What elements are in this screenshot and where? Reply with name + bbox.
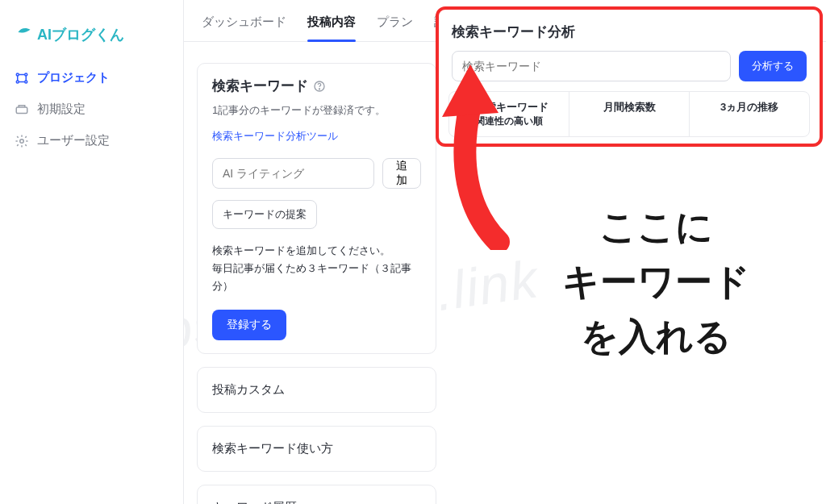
analysis-title: 検索キーワード分析 <box>452 23 807 41</box>
svg-point-0 <box>16 73 19 76</box>
project-icon <box>15 71 29 85</box>
card-label: 投稿カスタム <box>212 382 285 396</box>
sidebar: AIブログくん プロジェクト 初期設定 ユーザー設定 <box>0 0 184 504</box>
analysis-col-trend[interactable]: 3ヵ月の推移 <box>689 92 809 136</box>
card-subtitle: 1記事分のキーワードが登録済です。 <box>212 103 421 118</box>
analysis-col-relevance[interactable]: ↓検索キーワード 関連性の高い順 <box>449 92 569 136</box>
svg-point-1 <box>25 73 27 76</box>
sidebar-item-user-settings[interactable]: ユーザー設定 <box>0 125 183 156</box>
help-icon[interactable] <box>313 80 326 93</box>
callout-line: を入れる <box>499 311 813 361</box>
logo-text: AIブログくん <box>37 25 124 44</box>
tab-plan[interactable]: プラン <box>377 15 413 41</box>
logo-icon <box>16 24 32 44</box>
register-button[interactable]: 登録する <box>212 310 286 340</box>
keyword-usage-card[interactable]: 検索キーワード使い方 <box>197 426 436 472</box>
hint-line: 検索キーワードを追加してください。 <box>212 244 390 256</box>
search-keyword-card: 検索キーワード 1記事分のキーワードが登録済です。 検索キーワード分析ツール 追… <box>197 63 436 354</box>
analyze-button[interactable]: 分析する <box>739 51 807 81</box>
keyword-analysis-panel: 検索キーワード分析 分析する ↓検索キーワード 関連性の高い順 月間検索数 3ヵ… <box>436 6 823 147</box>
svg-point-7 <box>319 88 319 89</box>
keyword-input[interactable] <box>212 158 374 189</box>
gear-icon <box>15 134 29 148</box>
app-logo: AIブログくん <box>0 0 183 62</box>
sidebar-item-label: ユーザー設定 <box>37 133 110 148</box>
hint-line: 毎日記事が届くため３キーワード（３記事分） <box>212 262 411 292</box>
analysis-tool-link[interactable]: 検索キーワード分析ツール <box>212 129 338 144</box>
svg-point-2 <box>16 81 19 83</box>
analysis-table-header: ↓検索キーワード 関連性の高い順 月間検索数 3ヵ月の推移 <box>448 91 810 137</box>
post-custom-card[interactable]: 投稿カスタム <box>197 367 436 413</box>
analysis-keyword-input[interactable] <box>452 51 731 81</box>
add-keyword-button[interactable]: 追加 <box>382 158 421 189</box>
sidebar-item-initial-settings[interactable]: 初期設定 <box>0 94 183 125</box>
card-label: 検索キーワード使い方 <box>212 441 333 455</box>
tab-post-content[interactable]: 投稿内容 <box>307 15 356 41</box>
svg-rect-4 <box>16 107 27 114</box>
callout-line: ここに <box>499 202 813 252</box>
card-label: キーワード履歴 <box>212 500 297 504</box>
callout-line: キーワード <box>499 256 813 306</box>
sidebar-item-label: プロジェクト <box>37 70 110 85</box>
main-column: 検索キーワード 1記事分のキーワードが登録済です。 検索キーワード分析ツール 追… <box>184 48 446 504</box>
callout-text: ここに キーワード を入れる <box>499 202 813 361</box>
tab-dashboard[interactable]: ダッシュボード <box>202 15 286 41</box>
analysis-col-monthly[interactable]: 月間検索数 <box>569 92 689 136</box>
svg-point-5 <box>20 139 24 143</box>
col-sublabel: 関連性の高い順 <box>454 115 564 128</box>
suggest-keyword-chip[interactable]: キーワードの提案 <box>212 200 317 229</box>
sidebar-item-project[interactable]: プロジェクト <box>0 62 183 94</box>
col-label: ↓検索キーワード <box>469 101 549 113</box>
sidebar-item-label: 初期設定 <box>37 102 86 117</box>
svg-point-3 <box>25 81 27 83</box>
keyword-history-card[interactable]: キーワード履歴 <box>197 485 436 504</box>
card-title: 検索キーワード <box>212 77 308 95</box>
settings-slider-icon <box>15 102 29 117</box>
keyword-hint: 検索キーワードを追加してください。 毎日記事が届くため３キーワード（３記事分） <box>212 242 421 295</box>
